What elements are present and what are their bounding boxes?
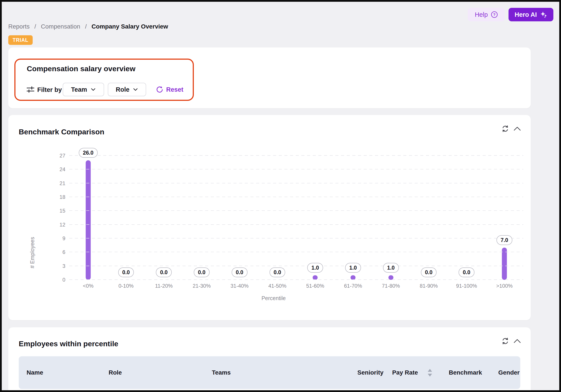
role-filter-label: Role — [116, 86, 129, 93]
overview-card-title: Compensation salary overview — [27, 65, 135, 73]
x-axis-tick-label: 0-10% — [119, 283, 133, 289]
breadcrumb-reports[interactable]: Reports — [8, 23, 30, 30]
reset-label: Reset — [166, 86, 183, 93]
sliders-icon — [26, 86, 35, 93]
y-axis-tick-label: 6 — [52, 249, 65, 255]
y-axis-tick-label: 3 — [52, 263, 65, 269]
chart-plot: 26.0<0%0.00-10%0.011-20%0.021-30%0.031-4… — [69, 156, 523, 280]
bar-value-label: 1.0 — [307, 263, 323, 273]
y-axis-tick-label: 18 — [52, 194, 65, 200]
y-axis-tick-label: 9 — [52, 235, 65, 241]
gridline — [69, 210, 523, 211]
bar-value-label: 26.0 — [79, 148, 98, 158]
role-filter-dropdown[interactable]: Role — [108, 83, 146, 96]
sort-descending-icon — [428, 374, 432, 377]
reset-filters-button[interactable]: Reset — [156, 83, 183, 96]
team-filter-label: Team — [71, 86, 87, 93]
employees-card-title: Employees within percentile — [19, 339, 118, 348]
x-axis-tick-label: >100% — [496, 283, 512, 289]
x-axis-tick-label: 51-60% — [306, 283, 324, 289]
y-axis-title: # Employees — [29, 237, 35, 269]
bar-<0%[interactable] — [86, 160, 91, 280]
y-axis-tick-label: 21 — [52, 180, 65, 186]
breadcrumb-separator: / — [85, 23, 87, 30]
svg-text:?: ? — [493, 13, 496, 17]
x-axis-tick-label: 41-50% — [268, 283, 286, 289]
team-filter-dropdown[interactable]: Team — [63, 83, 104, 96]
breadcrumb-current-page: Company Salary Overview — [91, 23, 168, 30]
gridline — [69, 155, 523, 156]
question-circle-icon: ? — [491, 11, 498, 18]
column-header-gender: Gender — [498, 356, 520, 389]
hero-ai-button[interactable]: Hero AI — [508, 8, 553, 21]
gridline — [69, 169, 523, 169]
column-header-teams: Teams — [212, 356, 231, 389]
bar-61-70%[interactable] — [351, 275, 356, 280]
column-header-pay-rate[interactable]: Pay Rate — [392, 356, 418, 389]
bar-value-label: 1.0 — [345, 263, 361, 273]
sort-ascending-icon — [428, 369, 432, 372]
benchmark-card-title: Benchmark Comparison — [19, 128, 104, 136]
sort-arrows-icon[interactable] — [428, 356, 432, 389]
gridline — [69, 238, 523, 239]
x-axis-title: Percentile — [261, 295, 286, 301]
chart-column: 0.00-10% — [107, 156, 145, 280]
bar-value-label: 0.0 — [421, 267, 437, 277]
help-button[interactable]: Help ? — [468, 8, 505, 21]
chart-column: 1.061-70% — [334, 156, 372, 280]
chart-column: 0.011-20% — [145, 156, 183, 280]
help-button-label: Help — [475, 11, 488, 18]
column-header-seniority: Seniority — [357, 356, 384, 389]
bar-51-60%[interactable] — [313, 275, 318, 280]
sparkles-icon — [540, 11, 547, 18]
bar-value-label: 0.0 — [459, 267, 475, 277]
table-header-row: Name Role Teams Seniority Pay Rate Bench… — [19, 356, 520, 389]
bar-value-label: 0.0 — [194, 267, 210, 277]
y-axis-tick-label: 0 — [52, 277, 65, 283]
column-header-benchmark: Benchmark — [449, 356, 482, 389]
chart-column: 0.091-100% — [448, 156, 486, 280]
breadcrumb-compensation[interactable]: Compensation — [41, 23, 80, 30]
bar-value-label: 0.0 — [118, 267, 134, 277]
chevron-up-icon[interactable] — [513, 339, 521, 343]
x-axis-tick-label: <0% — [83, 283, 94, 289]
x-axis-tick-label: 31-40% — [231, 283, 249, 289]
gridline — [69, 279, 523, 280]
chart-column: 7.0>100% — [485, 156, 523, 280]
bar->100%[interactable] — [502, 248, 507, 280]
chevron-down-icon — [91, 88, 96, 91]
x-axis-tick-label: 71-80% — [382, 283, 400, 289]
y-axis-tick-label: 15 — [52, 208, 65, 214]
gridline — [69, 183, 523, 183]
bar-value-label: 1.0 — [383, 263, 399, 273]
y-axis-tick-label: 27 — [52, 153, 65, 159]
filter-by-label: Filter by — [37, 86, 62, 93]
rotate-arrow-icon — [156, 86, 163, 93]
app-window: Help ? Hero AI Reports / Compensation / … — [0, 0, 561, 392]
employees-percentile-card: Employees within percentile Name Role Te… — [8, 327, 531, 392]
x-axis-tick-label: 11-20% — [155, 283, 173, 289]
chart-column: 26.0<0% — [69, 156, 107, 280]
chart-column: 0.031-40% — [221, 156, 259, 280]
chevron-up-icon[interactable] — [513, 126, 521, 131]
hero-ai-button-label: Hero AI — [515, 11, 537, 18]
refresh-icon[interactable] — [501, 125, 509, 133]
benchmark-comparison-card: Benchmark Comparison # Employees 26.0<0%… — [8, 115, 531, 320]
bar-value-label: 0.0 — [270, 267, 285, 277]
y-axis-tick-label: 24 — [52, 166, 65, 173]
chart-column: 0.081-90% — [410, 156, 448, 280]
x-axis-tick-label: 61-70% — [344, 283, 362, 289]
bar-value-label: 0.0 — [231, 267, 248, 277]
chart-column: 1.051-60% — [296, 156, 334, 280]
x-axis-tick-label: 81-90% — [420, 283, 438, 289]
gridline — [69, 224, 523, 225]
bar-value-label: 7.0 — [496, 235, 512, 245]
compensation-overview-card: Compensation salary overview Filter by T… — [8, 47, 531, 108]
column-header-name: Name — [27, 356, 43, 389]
bar-71-80%[interactable] — [388, 275, 393, 280]
refresh-icon[interactable] — [501, 337, 509, 345]
column-header-role: Role — [109, 356, 122, 389]
gridline — [69, 252, 523, 252]
gridline — [69, 197, 523, 197]
breadcrumb: Reports / Compensation / Company Salary … — [8, 23, 168, 30]
